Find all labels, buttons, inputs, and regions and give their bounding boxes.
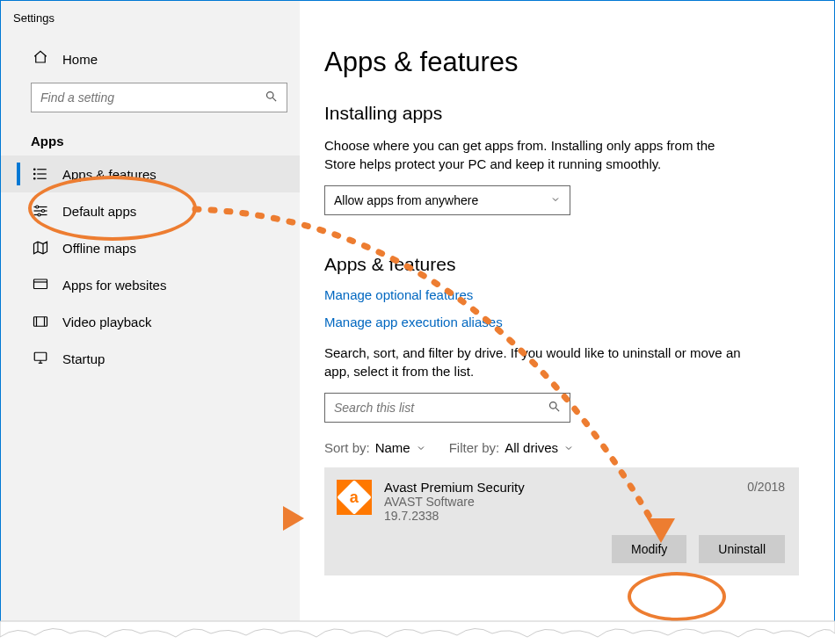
sidebar-item-label: Startup	[62, 351, 105, 366]
search-icon	[548, 400, 561, 416]
app-buttons: Modify Uninstall	[337, 535, 785, 563]
sidebar-item-label: Apps & features	[62, 167, 156, 182]
chevron-down-icon	[416, 443, 426, 453]
svg-point-0	[267, 91, 274, 98]
svg-point-24	[550, 402, 557, 409]
sidebar-item-default-apps[interactable]: Default apps	[1, 192, 300, 229]
sidebar-item-apps-features[interactable]: Apps & features	[1, 156, 300, 192]
apps-heading: Apps & features	[324, 254, 799, 275]
chevron-down-icon	[550, 193, 561, 207]
sidebar-item-label: Apps for websites	[62, 278, 166, 293]
sidebar-item-video-playback[interactable]: Video playback	[1, 303, 300, 340]
sort-filter-bar: Sort by: Name Filter by: All drives	[324, 440, 799, 455]
nav-home-label: Home	[62, 52, 98, 67]
sort-by-dropdown[interactable]: Sort by: Name	[324, 440, 426, 455]
svg-line-25	[555, 408, 559, 411]
svg-point-13	[38, 213, 40, 216]
sidebar-item-offline-maps[interactable]: Offline maps	[1, 229, 300, 266]
link-execution-aliases[interactable]: Manage app execution aliases	[324, 315, 799, 329]
svg-rect-21	[34, 352, 47, 360]
sidebar: Settings Home Apps Apps & features Defa	[1, 1, 300, 643]
startup-icon	[33, 351, 48, 366]
uninstall-button[interactable]: Uninstall	[699, 535, 785, 563]
apps-desc: Search, sort, and filter by drive. If yo…	[324, 344, 746, 380]
app-info: Avast Premium Security AVAST Software 19…	[384, 480, 735, 523]
websites-icon	[33, 277, 48, 293]
defaults-icon	[33, 203, 48, 219]
nav-home[interactable]: Home	[1, 40, 300, 77]
home-icon	[33, 49, 48, 69]
svg-point-11	[36, 206, 39, 208]
filter-by-dropdown[interactable]: Filter by: All drives	[449, 440, 574, 455]
filter-label: Filter by:	[449, 440, 500, 455]
settings-window: Settings Home Apps Apps & features Defa	[0, 0, 835, 644]
sidebar-item-label: Video playback	[62, 315, 151, 329]
apps-search-input[interactable]	[334, 401, 548, 415]
sidebar-search-input[interactable]	[40, 90, 265, 105]
svg-rect-16	[34, 279, 47, 289]
map-icon	[33, 240, 48, 256]
dropdown-value: Allow apps from anywhere	[334, 193, 478, 207]
svg-point-12	[42, 210, 45, 213]
modify-button[interactable]: Modify	[612, 535, 686, 563]
list-icon	[33, 166, 48, 182]
sidebar-item-label: Default apps	[62, 204, 136, 219]
app-publisher: AVAST Software	[384, 495, 735, 509]
sort-value: Name	[375, 440, 410, 455]
svg-rect-18	[34, 317, 47, 327]
app-list-item[interactable]: a Avast Premium Security AVAST Software …	[324, 467, 799, 575]
installing-heading: Installing apps	[324, 103, 799, 124]
svg-line-1	[272, 98, 276, 101]
link-optional-features[interactable]: Manage optional features	[324, 287, 799, 302]
app-version: 19.7.2338	[384, 509, 735, 523]
sidebar-item-startup[interactable]: Startup	[1, 340, 300, 377]
apps-search[interactable]	[324, 393, 570, 423]
app-date: 0/2018	[747, 480, 785, 494]
sort-label: Sort by:	[324, 440, 370, 455]
main-content: Apps & features Installing apps Choose w…	[300, 1, 834, 643]
video-icon	[33, 314, 48, 329]
svg-point-6	[34, 173, 36, 175]
install-source-dropdown[interactable]: Allow apps from anywhere	[324, 185, 570, 215]
sidebar-item-label: Offline maps	[62, 241, 136, 256]
sidebar-search[interactable]	[31, 83, 287, 112]
window-title: Settings	[1, 1, 300, 40]
svg-point-7	[34, 178, 36, 180]
sidebar-item-apps-for-websites[interactable]: Apps for websites	[1, 266, 300, 303]
page-title: Apps & features	[324, 47, 799, 78]
app-row: a Avast Premium Security AVAST Software …	[337, 480, 785, 523]
filter-value: All drives	[505, 440, 558, 455]
app-name: Avast Premium Security	[384, 480, 735, 495]
installing-desc: Choose where you can get apps from. Inst…	[324, 136, 746, 173]
search-icon	[265, 90, 278, 106]
chevron-down-icon	[563, 443, 574, 453]
torn-edge	[0, 621, 835, 644]
sidebar-section-label: Apps	[1, 128, 300, 156]
avast-icon: a	[337, 480, 372, 515]
svg-point-5	[34, 169, 36, 170]
